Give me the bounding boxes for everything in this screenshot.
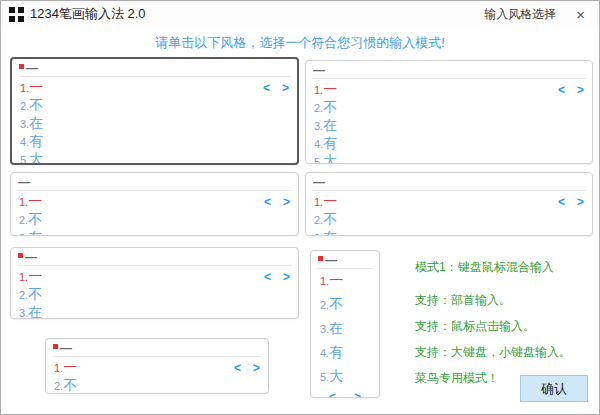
- instruction-text: 请单击以下风格，选择一个符合您习惯的输入模式!: [1, 34, 599, 52]
- composition-bar: —: [11, 248, 298, 264]
- candidate-pager: < >: [264, 270, 290, 284]
- candidate-item: 1.一: [19, 193, 42, 211]
- style-panel-letter-keys[interactable]: — 1.一2.不3.在4.有5.大 < > ←A一S丨D丿F丶G乙Z通配X分词~…: [10, 172, 299, 236]
- candidate-item: 2.不: [320, 296, 370, 314]
- candidate-pager: < >: [263, 81, 289, 95]
- candidate-item: 4.有: [314, 135, 337, 153]
- composition-bar: —: [12, 59, 297, 75]
- page-next-icon: >: [282, 81, 289, 95]
- app-title: 1234笔画输入法 2.0: [30, 5, 146, 23]
- candidate-item: 3.在: [20, 115, 43, 133]
- page-next-icon: >: [577, 83, 584, 97]
- composition-mark: —: [26, 62, 38, 74]
- app-icon: [9, 7, 24, 22]
- composition-mark: —: [60, 342, 72, 354]
- page-prev-icon: <: [264, 270, 271, 284]
- candidate-item: 1.一: [20, 79, 43, 97]
- candidate-item: 2.不: [20, 97, 43, 115]
- style-panel-radical-board[interactable]: — 1.一2.不3.在4.有5.大 < > 十艹扌土木广王车非雨 卜口目士歹石匚…: [305, 60, 593, 164]
- candidate-item: 3.在: [314, 229, 337, 236]
- candidate-item: 1.一: [314, 193, 337, 211]
- candidate-item: 3.在: [314, 117, 337, 135]
- candidate-item: 1.一: [314, 81, 337, 99]
- style-panel-compact-bar[interactable]: — 1.一2.不3.在4.有5.大 < >: [45, 338, 269, 394]
- candidate-row: 1.一2.不3.在4.有5.大 < >: [306, 79, 592, 164]
- candidate-item: 2.不: [54, 377, 77, 394]
- page-prev-icon: <: [264, 195, 271, 209]
- candidate-item: 3.在: [19, 304, 42, 319]
- candidate-item: 3.在: [320, 320, 370, 338]
- mode-feature-2: 支持：鼠标点击输入。: [415, 318, 597, 335]
- candidate-item: 4.有: [320, 344, 370, 362]
- candidate-row: 1.一2.不3.在4.有5.大 < >: [306, 191, 592, 236]
- candidate-item: 2.不: [19, 286, 42, 304]
- composition-bar: —: [306, 61, 592, 77]
- candidate-item: 1.一: [19, 268, 42, 286]
- composition-mark: —: [25, 251, 37, 263]
- candidate-item: 4.有: [20, 133, 43, 151]
- mode-title: 模式1：键盘鼠标混合输入: [415, 259, 597, 276]
- candidate-item: 2.不: [314, 211, 337, 229]
- page-prev-icon: <: [558, 83, 565, 97]
- candidate-pager: < >: [311, 386, 379, 398]
- composition-bar: —: [311, 251, 379, 267]
- composition-indicator: [53, 344, 58, 349]
- page-prev-icon: <: [558, 195, 565, 209]
- candidate-row: 1.一2.不3.在4.有5.大 < >: [11, 266, 298, 319]
- mode-feature-3: 支持：大键盘，小键盘输入。: [415, 344, 597, 361]
- composition-indicator: [318, 256, 323, 261]
- composition-bar: —: [306, 173, 592, 189]
- composition-mark: —: [18, 176, 30, 188]
- style-panel-numpad-strokes[interactable]: — 1.一2.不3.在4.有5.大 < > .←1一2丨3丿4丶5乙*通配6分词…: [10, 247, 299, 319]
- composition-mark: —: [313, 64, 325, 76]
- close-icon[interactable]: ×: [572, 5, 589, 24]
- candidate-pager: < >: [558, 83, 584, 97]
- page-next-icon: >: [283, 270, 290, 284]
- composition-mark: —: [313, 176, 325, 188]
- candidate-item: 1.一: [54, 359, 77, 377]
- candidate-pager: < >: [264, 195, 290, 209]
- candidate-pager: < >: [234, 361, 260, 375]
- candidate-item: 5.大: [314, 153, 337, 164]
- page-prev-icon: <: [234, 361, 241, 375]
- style-panel-mixed-input[interactable]: — 1.一2.不3.在4.有5.大 < > Q十W艹E扌R土T木Y广U王I车O非…: [10, 57, 299, 165]
- page-next-icon: >: [577, 195, 584, 209]
- candidate-pager: < >: [558, 195, 584, 209]
- composition-mark: —: [325, 254, 337, 266]
- candidate-item: 2.不: [314, 99, 337, 117]
- mode-feature-1: 支持：部首输入。: [415, 292, 597, 309]
- composition-indicator: [19, 64, 24, 69]
- candidate-item: 1.一: [320, 272, 370, 290]
- candidate-item: 5.大: [20, 151, 43, 165]
- style-panel-mouse-strokes[interactable]: — 1.一2.不3.在4.有5.大 < > ←一丨丿丶乙通配分词符号清除: [305, 172, 593, 236]
- composition-bar: —: [11, 173, 298, 189]
- page-next-icon: >: [283, 195, 290, 209]
- page-prev-icon: <: [329, 390, 336, 398]
- composition-bar: —: [46, 339, 268, 355]
- candidate-item: 2.不: [19, 211, 42, 229]
- candidate-item: 5.大: [320, 368, 370, 386]
- candidate-row: 1.一2.不3.在4.有5.大 < >: [11, 191, 298, 236]
- style-panel-vertical-list[interactable]: — 1.一2.不3.在4.有5.大 < >: [310, 250, 380, 398]
- candidate-row: 1.一2.不3.在4.有5.大 < >: [46, 357, 268, 394]
- candidate-item: 3.在: [19, 229, 42, 236]
- page-prev-icon: <: [263, 81, 270, 95]
- page-next-icon: >: [253, 361, 260, 375]
- title-bar: 1234笔画输入法 2.0 输入风格选择 ×: [1, 1, 599, 27]
- style-select-label: 输入风格选择: [484, 6, 556, 23]
- composition-indicator: [18, 253, 23, 258]
- page-next-icon: >: [354, 390, 361, 398]
- candidate-list-vertical: 1.一2.不3.在4.有5.大: [311, 269, 379, 386]
- confirm-button[interactable]: 确认: [520, 375, 588, 402]
- candidate-row: 1.一2.不3.在4.有5.大 < >: [12, 77, 297, 165]
